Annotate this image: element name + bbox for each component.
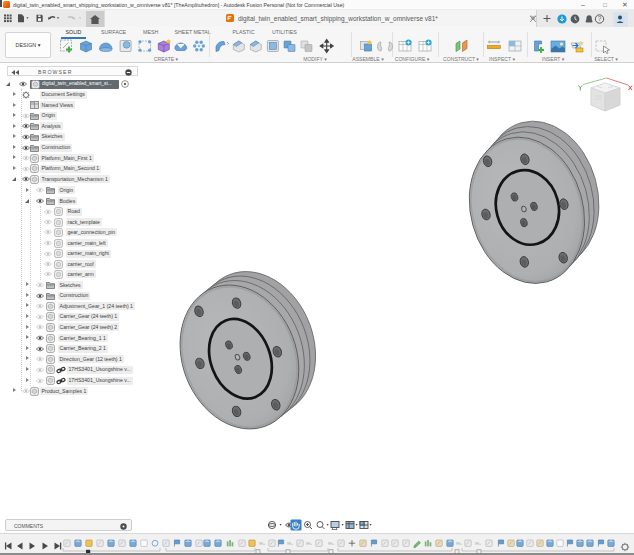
svg-text:99+: 99+ (456, 542, 462, 546)
svg-text:99+: 99+ (287, 542, 293, 546)
svg-text:99+: 99+ (475, 542, 481, 546)
svg-text:99+: 99+ (259, 542, 265, 546)
svg-text:99+: 99+ (306, 542, 312, 546)
svg-text:99+: 99+ (328, 542, 334, 546)
